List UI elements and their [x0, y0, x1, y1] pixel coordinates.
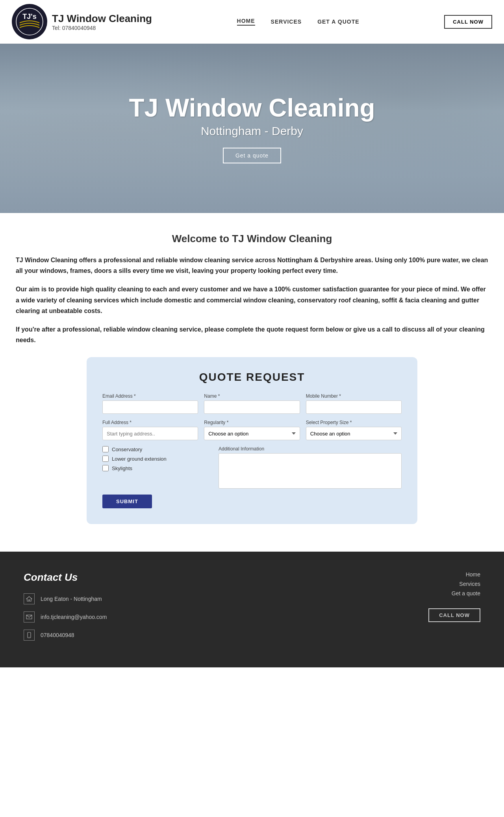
brand-tel: Tel: 07840040948 [52, 25, 152, 31]
logo-icon: TJ's [12, 4, 47, 39]
content-paragraph-1: TJ Window Cleaning offers a professional… [16, 255, 488, 276]
site-header: TJ's TJ Window Cleaning Tel: 07840040948… [0, 0, 504, 44]
footer-phone-item: 07840040948 [24, 630, 107, 641]
footer-address-item: Long Eaton - Nottingham [24, 593, 107, 604]
skylights-label: Skylights [112, 465, 132, 471]
email-label: Email Address * [102, 393, 198, 399]
svg-point-4 [29, 637, 30, 638]
footer-email: info.tjcleaning@yahoo.com [41, 614, 107, 620]
mobile-group: Mobile Number * [306, 393, 402, 414]
nav-services[interactable]: SERVICES [271, 19, 302, 25]
email-input[interactable] [102, 400, 198, 414]
regularity-label: Regularity * [204, 420, 300, 425]
conservatory-checkbox-item[interactable]: Conservatory [102, 446, 213, 452]
additional-info-group: Additional Information [219, 446, 402, 489]
form-row-1: Email Address * Name * Mobile Number * [102, 393, 402, 414]
mobile-label: Mobile Number * [306, 393, 402, 399]
name-group: Name * [204, 393, 300, 414]
regularity-select[interactable]: Choose an option Weekly Fortnightly Mont… [204, 427, 300, 440]
hero-cta-button[interactable]: Get a quote [223, 148, 281, 163]
nav-home[interactable]: HOME [237, 18, 255, 26]
hero-title: TJ Window Cleaning [129, 93, 375, 122]
welcome-heading: Welcome to TJ Window Cleaning [16, 233, 488, 245]
address-label: Full Address * [102, 420, 198, 425]
footer-phone: 07840040948 [41, 632, 74, 638]
footer-left: Contact Us Long Eaton - Nottingham info.… [24, 571, 107, 648]
lower-ground-checkbox[interactable] [102, 456, 109, 462]
site-footer: Contact Us Long Eaton - Nottingham info.… [0, 552, 504, 667]
skylights-checkbox-item[interactable]: Skylights [102, 465, 213, 471]
form-row-2: Full Address * Regularity * Choose an op… [102, 420, 402, 440]
property-size-select[interactable]: Choose an option 1-2 bed 3-4 bed 5+ bed … [306, 427, 402, 440]
additional-info-label: Additional Information [219, 446, 402, 452]
email-icon [24, 611, 35, 622]
welcome-section: Welcome to TJ Window Cleaning TJ Window … [0, 213, 504, 552]
property-size-label: Select Property Size * [306, 420, 402, 425]
content-paragraph-3: If you're after a professional, reliable… [16, 324, 488, 345]
footer-email-item: info.tjcleaning@yahoo.com [24, 611, 107, 622]
footer-contact-heading: Contact Us [24, 571, 107, 584]
checkbox-col: Conservatory Lower ground extension Skyl… [102, 446, 213, 477]
footer-nav: Home Services Get a quote [452, 571, 480, 600]
footer-nav-quote[interactable]: Get a quote [452, 590, 480, 597]
name-label: Name * [204, 393, 300, 399]
svg-text:TJ's: TJ's [22, 13, 36, 20]
hero-subtitle: Nottingham - Derby [129, 124, 375, 138]
header-call-now-button[interactable]: CALL NOW [444, 15, 492, 29]
skylights-checkbox[interactable] [102, 465, 109, 471]
submit-button[interactable]: SUBMIT [102, 495, 152, 508]
mobile-input[interactable] [306, 400, 402, 414]
footer-address: Long Eaton - Nottingham [41, 596, 102, 602]
quote-form-wrapper: QUOTE REQUEST Email Address * Name * Mob… [87, 357, 417, 524]
form-bottom-row: Conservatory Lower ground extension Skyl… [102, 446, 402, 489]
regularity-group: Regularity * Choose an option Weekly For… [204, 420, 300, 440]
property-size-group: Select Property Size * Choose an option … [306, 420, 402, 440]
lower-ground-checkbox-item[interactable]: Lower ground extension [102, 456, 213, 462]
email-group: Email Address * [102, 393, 198, 414]
brand-name: TJ Window Cleaning [52, 13, 152, 25]
nav-get-quote[interactable]: GET A QUOTE [317, 19, 359, 25]
brand-text: TJ Window Cleaning Tel: 07840040948 [52, 13, 152, 31]
checkbox-row: Conservatory Lower ground extension Skyl… [102, 446, 213, 471]
address-group: Full Address * [102, 420, 198, 440]
quote-form-title: QUOTE REQUEST [102, 371, 402, 383]
content-paragraph-2: Our aim is to provide high quality clean… [16, 284, 488, 316]
footer-call-now-button[interactable]: CALL NOW [428, 608, 480, 622]
hero-section: TJ Window Cleaning Nottingham - Derby Ge… [0, 44, 504, 213]
conservatory-label: Conservatory [112, 446, 142, 452]
lower-ground-label: Lower ground extension [112, 456, 167, 462]
footer-right: Home Services Get a quote CALL NOW [428, 571, 480, 622]
textarea-col: Additional Information [219, 446, 402, 489]
additional-info-textarea[interactable] [219, 453, 402, 489]
logo-area: TJ's TJ Window Cleaning Tel: 07840040948 [12, 4, 152, 39]
phone-icon [24, 630, 35, 641]
address-input[interactable] [102, 427, 198, 440]
footer-nav-home[interactable]: Home [452, 571, 480, 578]
main-nav: HOME SERVICES GET A QUOTE [152, 18, 444, 26]
footer-nav-services[interactable]: Services [452, 581, 480, 587]
home-icon [24, 593, 35, 604]
conservatory-checkbox[interactable] [102, 446, 109, 452]
hero-content: TJ Window Cleaning Nottingham - Derby Ge… [129, 93, 375, 163]
name-input[interactable] [204, 400, 300, 414]
